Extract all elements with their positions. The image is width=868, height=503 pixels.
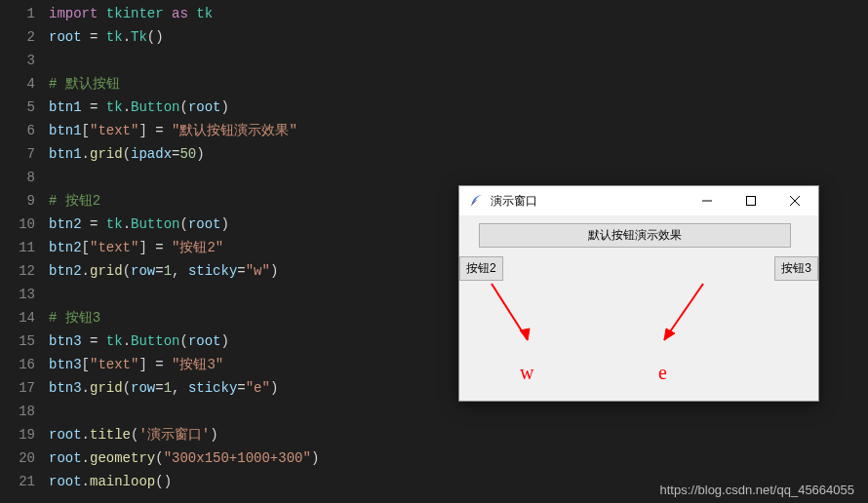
arrow-w-icon xyxy=(477,280,545,358)
svg-rect-1 xyxy=(746,197,755,206)
default-demo-button[interactable]: 默认按钮演示效果 xyxy=(479,223,791,248)
code-line[interactable]: btn1 = tk.Button(root) xyxy=(49,96,868,119)
line-number: 13 xyxy=(0,283,35,306)
demo-window: 演示窗口 默认按钮演示效果 按钮2 按钮3 w e xyxy=(458,185,819,402)
window-title: 演示窗口 xyxy=(491,193,685,210)
line-number: 16 xyxy=(0,353,35,376)
arrow-e-icon xyxy=(645,280,723,358)
app-icon xyxy=(467,192,485,210)
line-number: 7 xyxy=(0,142,35,166)
line-number: 14 xyxy=(0,306,35,329)
code-line[interactable]: root.title('演示窗口') xyxy=(49,423,868,446)
code-line[interactable]: import tkinter as tk xyxy=(49,2,868,25)
code-line[interactable]: btn1.grid(ipadx=50) xyxy=(49,142,868,166)
line-number: 2 xyxy=(0,25,35,49)
code-line[interactable]: root = tk.Tk() xyxy=(49,25,868,49)
line-number: 11 xyxy=(0,236,35,259)
svg-marker-7 xyxy=(664,329,675,340)
annotation-w: w xyxy=(520,362,533,384)
line-number: 15 xyxy=(0,329,35,353)
line-number: 3 xyxy=(0,49,35,72)
line-number: 17 xyxy=(0,376,35,400)
code-line[interactable] xyxy=(49,49,868,72)
code-line[interactable]: btn1["text"] = "默认按钮演示效果" xyxy=(49,119,868,142)
line-number: 18 xyxy=(0,400,35,423)
close-icon xyxy=(790,196,800,206)
button-2[interactable]: 按钮2 xyxy=(459,256,503,281)
minimize-button[interactable] xyxy=(685,187,729,214)
line-number: 20 xyxy=(0,446,35,470)
watermark: https://blog.csdn.net/qq_45664055 xyxy=(660,483,855,497)
maximize-icon xyxy=(746,196,756,206)
svg-marker-5 xyxy=(520,329,530,340)
button-3[interactable]: 按钮3 xyxy=(774,256,818,281)
line-number: 8 xyxy=(0,166,35,189)
line-number: 10 xyxy=(0,213,35,236)
line-number: 21 xyxy=(0,470,35,493)
line-number: 12 xyxy=(0,259,35,283)
line-number: 6 xyxy=(0,119,35,142)
window-titlebar[interactable]: 演示窗口 xyxy=(459,186,818,215)
line-number: 1 xyxy=(0,2,35,25)
line-number: 4 xyxy=(0,72,35,96)
annotation-e: e xyxy=(658,362,667,384)
code-line[interactable] xyxy=(49,400,868,423)
line-number: 9 xyxy=(0,189,35,213)
maximize-button[interactable] xyxy=(729,187,772,214)
minimize-icon xyxy=(702,196,712,206)
line-number-gutter: 123456789101112131415161718192021 xyxy=(0,0,49,503)
code-line[interactable]: root.geometry("300x150+1000+300") xyxy=(49,446,868,470)
line-number: 19 xyxy=(0,423,35,446)
close-button[interactable] xyxy=(772,187,816,214)
window-client-area: 默认按钮演示效果 按钮2 按钮3 w e xyxy=(459,215,818,401)
line-number: 5 xyxy=(0,96,35,119)
code-line[interactable]: # 默认按钮 xyxy=(49,72,868,96)
